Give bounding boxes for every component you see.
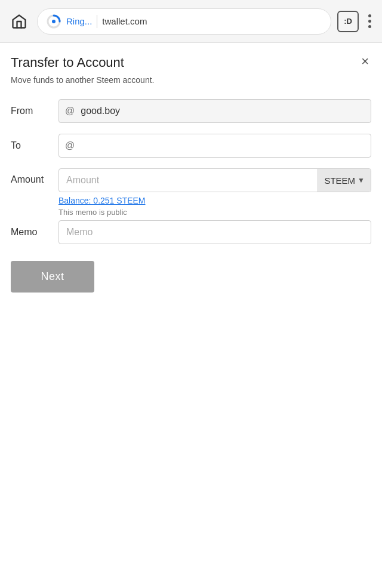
memo-section: This memo is public Memo: [11, 208, 371, 244]
domain-label: twallet.com: [102, 16, 147, 26]
menu-dot: [368, 14, 371, 17]
svg-point-1: [52, 20, 56, 23]
to-input-wrapper: @: [58, 134, 371, 158]
close-button[interactable]: ×: [359, 55, 371, 68]
tab-label: Ring...: [66, 16, 92, 26]
currency-label: STEEM: [324, 176, 355, 186]
amount-input[interactable]: [59, 169, 318, 192]
to-label: To: [11, 140, 58, 151]
to-row: To @: [11, 134, 371, 158]
amount-input-row: STEEM ▼: [58, 168, 371, 192]
form-header: Transfer to Account ×: [11, 55, 371, 70]
browser-chrome: Ring... twallet.com :D: [0, 0, 382, 43]
menu-dot: [368, 25, 371, 28]
balance-link[interactable]: Balance: 0.251 STEEM: [58, 196, 371, 205]
tab-switcher-button[interactable]: :D: [337, 11, 359, 32]
form-subtitle: Move funds to another Steem account.: [11, 75, 371, 85]
browser-menu-button[interactable]: [365, 11, 375, 32]
memo-public-note: This memo is public: [58, 208, 371, 217]
amount-row: Amount STEEM ▼ Balance: 0.251 STEEM: [11, 168, 371, 205]
currency-selector[interactable]: STEEM ▼: [318, 169, 371, 192]
amount-label: Amount: [11, 168, 58, 185]
menu-dot: [368, 20, 371, 23]
to-input[interactable]: [81, 134, 371, 157]
page-content: Transfer to Account × Move funds to anot…: [0, 43, 382, 501]
form-title: Transfer to Account: [11, 55, 124, 70]
from-at-prefix: @: [59, 106, 81, 116]
address-bar-divider: [97, 15, 97, 28]
memo-input[interactable]: [58, 220, 371, 244]
transfer-form: Transfer to Account × Move funds to anot…: [0, 43, 382, 310]
ring-icon: [46, 14, 61, 29]
from-input[interactable]: [81, 100, 371, 122]
from-label: From: [11, 106, 58, 116]
bottom-space: [0, 310, 382, 501]
to-at-prefix: @: [59, 140, 81, 151]
memo-label: Memo: [11, 227, 58, 238]
from-row: From @: [11, 99, 371, 123]
next-button[interactable]: Next: [11, 261, 94, 293]
chevron-down-icon: ▼: [358, 176, 365, 184]
amount-input-wrapper: STEEM ▼ Balance: 0.251 STEEM: [58, 168, 371, 205]
address-bar[interactable]: Ring... twallet.com: [37, 8, 331, 35]
home-button[interactable]: [7, 10, 31, 33]
from-input-wrapper: @: [58, 99, 371, 123]
memo-row: Memo: [11, 220, 371, 244]
browser-actions: :D: [337, 11, 375, 32]
